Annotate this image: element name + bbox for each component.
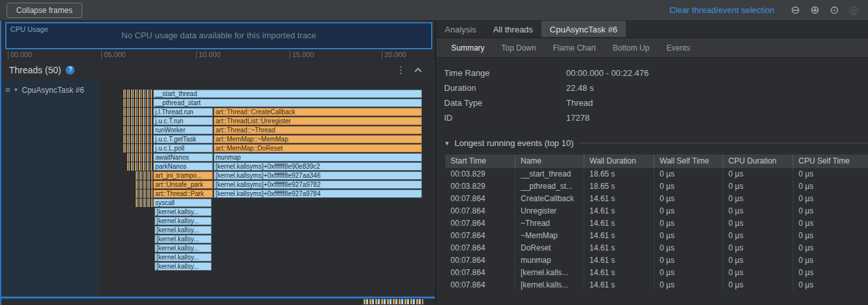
flame-bar[interactable]: [kernel.kallsy...	[155, 262, 212, 271]
flame-micro-calls[interactable]	[123, 108, 153, 116]
tab-summary[interactable]: Summary	[443, 43, 493, 53]
flame-bar[interactable]: [kernel.kallsyms]+0xffffff8e927a9782	[214, 180, 422, 189]
flame-micro-calls[interactable]	[136, 180, 153, 189]
flame-bar[interactable]: j.u.c.T.getTask	[153, 135, 213, 143]
flame-bar[interactable]: munmap	[214, 153, 422, 162]
event-row[interactable]: 00:07.864[kernel.kalls...14.61 s0 µs0 µs…	[445, 267, 868, 279]
flame-micro-calls[interactable]	[127, 153, 153, 162]
event-cell: ~Thread	[515, 217, 584, 230]
flame-micro-calls[interactable]	[123, 117, 153, 125]
flame-bar[interactable]: art::MemMap::~MemMap	[214, 135, 422, 143]
flame-micro-calls[interactable]	[136, 189, 153, 198]
more-options-icon[interactable]: ⋮	[390, 64, 412, 76]
event-row[interactable]: 00:07.864CreateCallback14.61 s0 µs0 µs0 …	[445, 193, 868, 205]
clipped-flame-bars[interactable]	[364, 299, 423, 304]
expand-arrow-icon[interactable]: ▼	[14, 87, 19, 93]
flame-bar[interactable]: art::MemMap::DoReset	[214, 144, 422, 152]
flame-micro-calls[interactable]	[123, 126, 153, 134]
reset-zoom-icon[interactable]: ⊙	[826, 3, 842, 18]
flame-micro-calls[interactable]	[123, 90, 153, 98]
flame-bar[interactable]: art_jni_trampo...	[153, 171, 213, 180]
event-row[interactable]: 00:07.864~Thread14.61 s0 µs0 µs0 µs	[445, 217, 868, 230]
flame-bar[interactable]: j.u.c.L.poll	[153, 144, 213, 152]
event-cell: 0 µs	[793, 279, 868, 291]
zoom-out-icon[interactable]: ⊖	[787, 3, 803, 18]
event-cell: 0 µs	[723, 193, 793, 205]
event-row[interactable]: 00:07.864DoReset14.61 s0 µs0 µs0 µs	[445, 242, 868, 254]
flame-bar[interactable]: art::Thread::CreateCallback	[214, 108, 422, 116]
event-cell: 14.61 s	[584, 205, 654, 217]
event-row[interactable]: 00:07.864~MemMap14.61 s0 µs0 µs0 µs	[445, 230, 868, 242]
flame-bar[interactable]: [kernel.kallsy...	[155, 253, 212, 262]
tab-analysis[interactable]: Analysis	[436, 21, 484, 37]
flame-bar[interactable]: [kernel.kallsy...	[155, 244, 212, 252]
flame-micro-calls[interactable]	[136, 171, 153, 180]
zoom-in-icon[interactable]: ⊕	[807, 3, 823, 18]
flame-bar[interactable]: [kernel.kallsy...	[155, 226, 212, 234]
collapse-arrow-icon[interactable]: ▼	[444, 140, 450, 147]
tab-events[interactable]: Events	[658, 43, 699, 53]
column-header-start-time[interactable]: Start Time	[445, 154, 515, 168]
column-header-cpu-duration[interactable]: CPU Duration	[723, 154, 793, 168]
thread-row[interactable]: ≡ ▼ CpuAsyncTask #6	[1, 80, 99, 100]
flame-bar[interactable]: art::Thread::Park	[153, 189, 213, 198]
event-cell: DoReset	[515, 242, 584, 254]
drag-handle-icon[interactable]: ≡	[5, 85, 10, 95]
flame-bar[interactable]: parkNanos	[153, 162, 213, 171]
flame-micro-calls[interactable]	[136, 199, 153, 207]
collapse-panel-icon[interactable]	[414, 67, 421, 75]
flame-micro-calls[interactable]	[123, 144, 153, 152]
zoom-to-selection-icon[interactable]: ◎	[846, 3, 862, 18]
flame-bar[interactable]: __pthread_start	[153, 99, 422, 107]
event-row[interactable]: 00:03.829__pthread_st...18.65 s0 µs0 µs0…	[445, 180, 868, 193]
event-cell: 0 µs	[654, 242, 723, 254]
flame-bar[interactable]: [kernel.kallsyms]+0xffffff8e927aa346	[214, 171, 422, 180]
flame-micro-calls[interactable]	[123, 135, 153, 143]
tab-all-threads[interactable]: All threads	[484, 21, 541, 37]
column-header-wall-duration[interactable]: Wall Duration	[584, 154, 654, 168]
flame-bar[interactable]: [kernel.kallsy...	[155, 208, 212, 216]
event-row[interactable]: 00:07.864Unregister14.61 s0 µs0 µs0 µs	[445, 205, 868, 217]
flame-bar[interactable]: runWorker	[153, 126, 213, 134]
collapse-frames-button[interactable]: Collapse frames	[6, 3, 82, 18]
help-icon[interactable]: ?	[66, 66, 75, 75]
event-row[interactable]: 00:07.864munmap14.61 s0 µs0 µs0 µs	[445, 254, 868, 267]
tab-bottom-up[interactable]: Bottom Up	[604, 43, 658, 53]
cpu-usage-track[interactable]: CPU Usage No CPU usage data available fo…	[5, 22, 432, 49]
summary-row: Data Type Thread	[444, 95, 868, 110]
column-header-name[interactable]: Name	[515, 154, 584, 168]
flame-bar[interactable]: j.u.c.T.run	[153, 117, 213, 125]
event-cell: 0 µs	[654, 279, 723, 291]
column-header-cpu-self-time[interactable]: CPU Self Time	[793, 154, 868, 168]
tab-cpuasynctask[interactable]: CpuAsyncTask #6	[541, 21, 626, 37]
timeline-axis[interactable]: 00.000 05.000 10.000 15.000 20.000	[5, 50, 432, 60]
cpu-usage-message: No CPU usage data available for this imp…	[6, 23, 431, 48]
clear-selection-link[interactable]: Clear thread/event selection	[669, 5, 775, 15]
flame-bar[interactable]: [kernel.kallsy...	[155, 235, 212, 243]
flame-bar[interactable]: [kernel.kallsyms]+0xffffff8e927a9784	[214, 189, 422, 198]
event-cell: 0 µs	[793, 217, 868, 230]
flame-bar[interactable]: __start_thread	[153, 90, 422, 98]
flame-row: syscall	[99, 199, 435, 208]
flame-row: __start_thread	[99, 90, 435, 99]
flame-micro-calls[interactable]	[127, 162, 153, 171]
flame-bar[interactable]: [kernel.kallsy...	[155, 217, 212, 225]
event-row[interactable]: 00:07.864[kernel.kalls...14.61 s0 µs0 µs…	[445, 279, 868, 291]
flame-bar[interactable]: art::Thread::~Thread	[214, 126, 422, 134]
event-cell: 0 µs	[723, 279, 793, 291]
event-cell: 00:07.864	[445, 279, 515, 291]
tab-flame-chart[interactable]: Flame Chart	[545, 43, 604, 53]
flame-bar[interactable]: syscall	[153, 199, 212, 207]
flame-bar[interactable]: [kernel.kallsyms]+0xffffff8e90e839c2	[214, 162, 422, 171]
flame-bar[interactable]: j.l.Thread.run	[153, 108, 213, 116]
column-header-wall-self-time[interactable]: Wall Self Time	[654, 154, 723, 168]
flame-bar[interactable]: art::Unsafe_park	[153, 180, 213, 189]
flame-row: art_jni_trampo...[kernel.kallsyms]+0xfff…	[99, 171, 435, 180]
flame-row: [kernel.kallsy...	[99, 244, 435, 253]
flame-micro-calls[interactable]	[123, 99, 153, 107]
tab-top-down[interactable]: Top Down	[493, 43, 544, 53]
event-row[interactable]: 00:03.829__start_thread18.65 s0 µs0 µs0 …	[445, 168, 868, 180]
event-cell: CreateCallback	[515, 193, 584, 205]
flame-bar[interactable]: awaitNanos	[153, 153, 213, 162]
flame-bar[interactable]: art::ThreadList::Unregister	[214, 117, 422, 125]
